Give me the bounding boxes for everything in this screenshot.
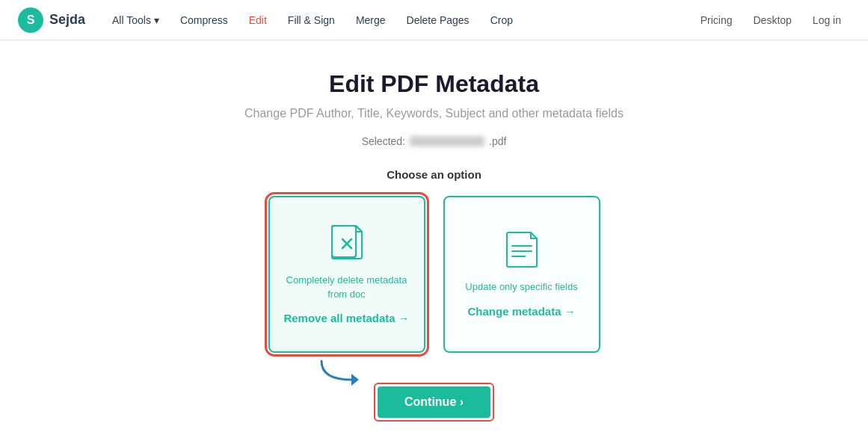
main-content: Edit PDF Metadata Change PDF Author, Tit… — [0, 40, 868, 438]
main-nav: All Tools ▾ Compress Edit Fill & Sign Me… — [103, 10, 692, 31]
change-metadata-description: Update only specific fields — [465, 280, 577, 294]
blue-arrow-indicator — [314, 357, 366, 390]
nav-item-all-tools[interactable]: All Tools ▾ — [103, 10, 168, 31]
file-name-blurred — [410, 136, 484, 146]
option-change-metadata[interactable]: Update only specific fields Change metad… — [443, 196, 600, 353]
continue-button[interactable]: Continue › — [378, 386, 490, 418]
choose-option-label: Choose an option — [387, 168, 481, 181]
file-extension: .pdf — [489, 135, 506, 147]
nav-item-merge[interactable]: Merge — [347, 10, 395, 31]
remove-all-description: Completely delete metadata from doc — [282, 274, 412, 300]
selected-label: Selected: — [362, 135, 405, 147]
selected-file-info: Selected: .pdf — [362, 135, 507, 147]
page-title: Edit PDF Metadata — [329, 70, 539, 98]
option-remove-all[interactable]: Completely delete metadata from doc Remo… — [268, 196, 425, 353]
change-metadata-action[interactable]: Change metadata → — [467, 305, 575, 318]
svg-marker-7 — [351, 374, 359, 386]
nav-item-login[interactable]: Log in — [804, 10, 850, 31]
continue-button-wrapper: Continue › — [374, 383, 494, 422]
chevron-down-icon: ▾ — [154, 14, 159, 26]
page-subtitle: Change PDF Author, Title, Keywords, Subj… — [244, 107, 624, 120]
change-metadata-icon — [505, 231, 538, 270]
logo[interactable]: S Sejda — [18, 7, 85, 33]
nav-item-edit[interactable]: Edit — [240, 10, 276, 31]
nav-item-pricing[interactable]: Pricing — [692, 10, 742, 31]
logo-text: Sejda — [49, 12, 85, 28]
nav-item-crop[interactable]: Crop — [481, 10, 522, 31]
nav-item-compress[interactable]: Compress — [171, 10, 237, 31]
nav-item-fill-sign[interactable]: Fill & Sign — [279, 10, 344, 31]
nav-right: Pricing Desktop Log in — [692, 10, 850, 31]
logo-icon: S — [18, 7, 43, 33]
remove-all-action[interactable]: Remove all metadata → — [283, 312, 409, 324]
remove-metadata-icon — [330, 224, 363, 263]
continue-area: Continue › — [374, 383, 494, 422]
options-container: Completely delete metadata from doc Remo… — [268, 196, 600, 353]
nav-item-delete-pages[interactable]: Delete Pages — [398, 10, 478, 31]
nav-item-desktop[interactable]: Desktop — [744, 10, 800, 31]
